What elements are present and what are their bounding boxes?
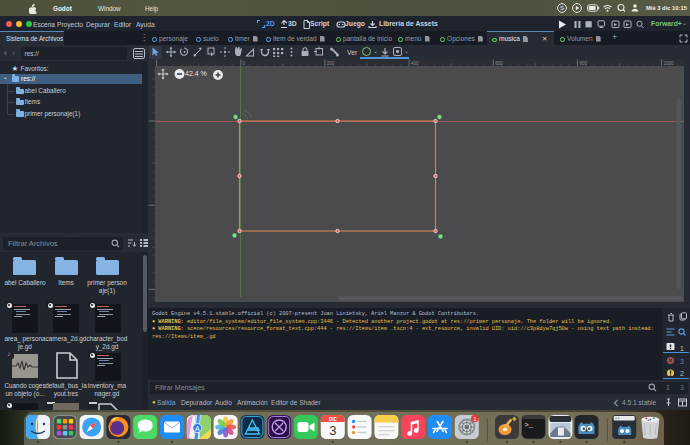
svg-text:2: 2 <box>680 370 684 376</box>
svg-text:S: S <box>560 5 564 11</box>
svg-text:200: 200 <box>327 61 335 66</box>
svg-text:3: 3 <box>680 358 684 365</box>
svg-text:DIC: DIC <box>329 417 338 422</box>
svg-text:>_: >_ <box>525 421 534 429</box>
svg-text:A: A <box>195 425 200 432</box>
svg-text:800: 800 <box>579 61 587 66</box>
svg-text:400: 400 <box>411 61 419 66</box>
svg-text:600: 600 <box>495 61 503 66</box>
svg-text:1: 1 <box>680 345 684 352</box>
svg-text:3: 3 <box>329 423 336 438</box>
svg-text:1000: 1000 <box>664 61 675 66</box>
